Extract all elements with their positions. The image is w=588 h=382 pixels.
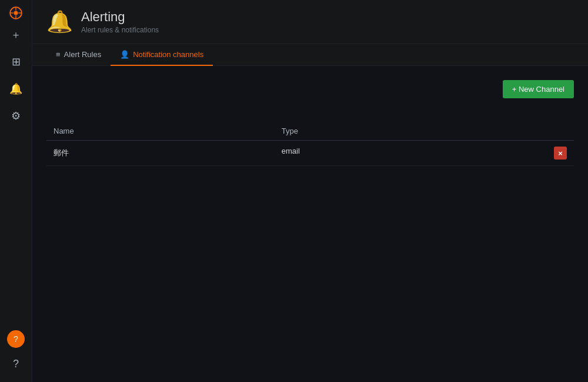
delete-button[interactable]: × [554, 147, 567, 160]
table-header: Name Type [46, 122, 574, 141]
table-row: 郵件 email × [46, 141, 574, 166]
users-icon: 👤 [120, 50, 129, 59]
tab-alert-rules-label: Alert Rules [64, 50, 102, 59]
sidebar-item-alerting[interactable]: 🔔 [4, 77, 28, 101]
svg-point-2 [14, 11, 18, 15]
page-header: 🔔 Alerting Alert rules & notifications [32, 0, 588, 44]
plus-icon: ＋ [11, 28, 21, 42]
column-type: Type [275, 122, 574, 141]
header-text: Alerting Alert rules & notifications [81, 9, 159, 34]
bell-icon: 🔔 [9, 82, 22, 95]
cell-name[interactable]: 郵件 [46, 141, 275, 166]
page-subtitle: Alert rules & notifications [81, 26, 159, 34]
main-content: 🔔 Alerting Alert rules & notifications ≡… [32, 0, 588, 382]
question-icon: ? [13, 358, 19, 370]
sidebar-item-dashboards[interactable]: ⊞ [4, 50, 28, 74]
new-channel-button[interactable]: + New Channel [503, 80, 574, 98]
channels-table: Name Type 郵件 email × [46, 122, 574, 166]
cell-type: email × [275, 141, 574, 166]
sidebar-item-help[interactable]: ? [4, 352, 28, 376]
top-bar: + New Channel [46, 80, 574, 110]
table-body: 郵件 email × [46, 141, 574, 166]
avatar-icon: ? [14, 334, 18, 344]
avatar[interactable]: ? [7, 330, 25, 348]
content-area: + New Channel Name Type 郵件 email × [32, 66, 588, 382]
gear-icon: ⚙ [11, 109, 21, 122]
sidebar-item-configuration[interactable]: ⚙ [4, 104, 28, 128]
sidebar-item-add[interactable]: ＋ [4, 23, 28, 46]
list-icon: ≡ [56, 50, 61, 59]
tab-alert-rules[interactable]: ≡ Alert Rules [46, 44, 111, 66]
tab-bar: ≡ Alert Rules 👤 Notification channels [32, 44, 588, 66]
grid-icon: ⊞ [12, 55, 21, 68]
grafana-logo[interactable] [8, 5, 24, 21]
column-name: Name [46, 122, 275, 141]
page-title: Alerting [81, 9, 159, 25]
sidebar: ＋ ⊞ 🔔 ⚙ ? ? [0, 0, 32, 382]
alerting-header-icon: 🔔 [46, 9, 73, 34]
tab-notification-channels[interactable]: 👤 Notification channels [111, 44, 213, 66]
tab-notification-channels-label: Notification channels [133, 50, 203, 59]
